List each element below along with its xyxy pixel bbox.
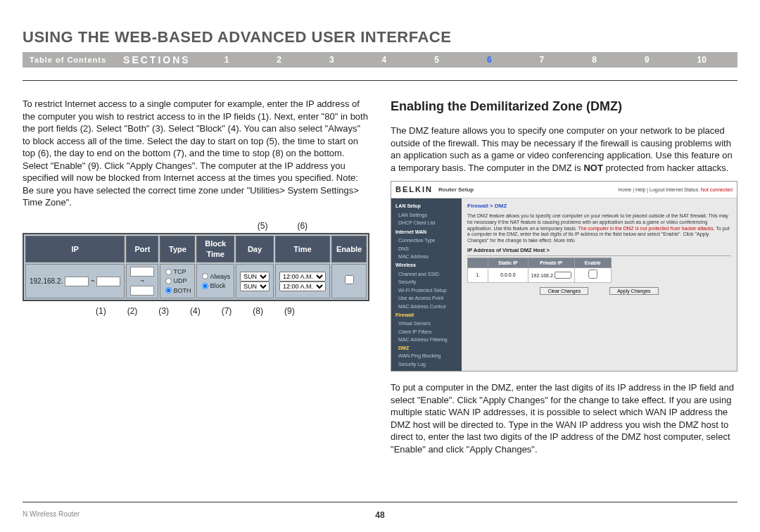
- enable-checkbox[interactable]: [345, 275, 354, 284]
- shot-main: Firewall > DMZ The DMZ feature allows yo…: [462, 198, 737, 371]
- nav-mac-filter[interactable]: MAC Address Filtering: [391, 336, 462, 343]
- type-tcp-label: TCP: [173, 267, 186, 276]
- section-link-2[interactable]: 2: [277, 55, 281, 65]
- section-link-3[interactable]: 3: [329, 55, 334, 65]
- ip-filter-table: IP Port Type Block Time Day Time Enable …: [23, 233, 369, 301]
- shot-desc: The DMZ feature allows you to specify on…: [467, 213, 731, 244]
- brand-label: BELKIN: [395, 184, 433, 195]
- section-link-1[interactable]: 1: [224, 55, 229, 65]
- nav-conn-type[interactable]: Connection Type: [391, 236, 462, 244]
- callout-5: (5): [258, 220, 268, 232]
- left-paragraph: To restrict Internet access to a single …: [23, 98, 369, 209]
- callout-8: (8): [253, 305, 263, 317]
- private-ip-prefix: 192.168.2.: [531, 273, 555, 278]
- page-title: USING THE WEB-BASED ADVANCED USER INTERF…: [23, 28, 737, 46]
- nav-wan-ping[interactable]: WAN Ping Blocking: [391, 352, 462, 360]
- nav-client-ip[interactable]: Client IP Filters: [391, 328, 462, 336]
- always-label: Always: [210, 272, 230, 281]
- section-link-8[interactable]: 8: [592, 55, 597, 65]
- nav-dmz[interactable]: DMZ: [391, 344, 462, 352]
- dmz-heading: Enabling the Demilitarized Zone (DMZ): [391, 98, 737, 115]
- divider-bottom: [23, 502, 737, 502]
- nav-internet-wan: Internet WAN: [391, 227, 462, 236]
- type-both-radio[interactable]: [165, 287, 172, 293]
- section-numbers: 1 2 3 4 5 6 7 8 9 10: [201, 55, 737, 65]
- port-cell: ~: [126, 264, 158, 299]
- nav-dhcp-client[interactable]: DHCP Client List: [391, 219, 462, 227]
- callout-2: (2): [127, 305, 138, 317]
- section-link-9[interactable]: 9: [645, 55, 650, 65]
- time-end-select[interactable]: 12:00 A.M.: [279, 281, 326, 291]
- type-udp-label: UDP: [173, 277, 186, 285]
- toc-link[interactable]: Table of Contents: [23, 56, 113, 64]
- nav-mac-ctrl[interactable]: MAC Address Control: [391, 303, 462, 310]
- col-ip: IP: [25, 236, 125, 262]
- brand-sub: Router Setup: [438, 186, 474, 194]
- day-cell: SUN SUN: [236, 264, 274, 299]
- section-link-10[interactable]: 10: [697, 55, 707, 65]
- shot-sidebar: LAN Setup LAN Settings DHCP Client List …: [391, 198, 462, 371]
- col-time: Time: [275, 236, 330, 262]
- nav-wps[interactable]: Wi-Fi Protected Setup: [391, 286, 462, 294]
- nav-lan-settings[interactable]: LAN Settings: [391, 211, 462, 219]
- clear-changes-button[interactable]: Clear Changes: [540, 287, 588, 295]
- dmz-para1b: protected from hacker attacks.: [603, 163, 728, 173]
- nav-lan-setup: LAN Setup: [391, 201, 462, 210]
- dmz-enable-checkbox[interactable]: [588, 270, 597, 279]
- nav-virtual-servers[interactable]: Virtual Servers: [391, 319, 462, 327]
- dmz-para2: To put a computer in the DMZ, enter the …: [391, 381, 737, 455]
- right-column: Enabling the Demilitarized Zone (DMZ) Th…: [391, 98, 737, 462]
- client-ip-filter-figure: (5) (6) IP Port Type Block Time Day Time…: [23, 220, 369, 317]
- ip-start-field[interactable]: [65, 277, 89, 286]
- col-day: Day: [236, 236, 274, 262]
- dmz-not: NOT: [583, 163, 602, 173]
- col-enable: Enable: [331, 236, 367, 262]
- nav-mac[interactable]: MAC Address: [391, 253, 462, 260]
- nav-security[interactable]: Security: [391, 278, 462, 286]
- th-blank: [468, 258, 488, 268]
- divider-top: [23, 80, 737, 81]
- nav-firewall: Firewall: [391, 310, 462, 319]
- enable-cell: [331, 264, 367, 299]
- col-port: Port: [126, 236, 158, 262]
- section-link-6[interactable]: 6: [487, 55, 492, 65]
- always-radio[interactable]: [202, 273, 208, 279]
- nav-sec-log[interactable]: Security Log: [391, 360, 462, 368]
- type-tcp-radio[interactable]: [165, 269, 172, 275]
- section-link-5[interactable]: 5: [434, 55, 439, 65]
- footer-right: [735, 510, 737, 518]
- day-end-select[interactable]: SUN: [240, 281, 270, 291]
- dmz-host-table: Static IP Private IP Enable 1. 0.0.0.0 1…: [467, 258, 612, 283]
- ip-cell: 192.168.2. ~: [25, 264, 125, 299]
- private-ip-field[interactable]: [555, 272, 571, 279]
- block-radio[interactable]: [202, 283, 208, 289]
- type-udp-radio[interactable]: [165, 278, 172, 284]
- callout-6: (6): [297, 220, 308, 232]
- ip-prefix: 192.168.2.: [30, 277, 63, 285]
- ip-end-field[interactable]: [96, 277, 120, 286]
- type-cell: TCP UDP BOTH: [160, 264, 195, 299]
- shot-desc-warn: The computer in the DMZ is not protected…: [578, 226, 715, 231]
- section-link-4[interactable]: 4: [382, 55, 387, 65]
- th-private: Private IP: [528, 258, 574, 268]
- nav-ap[interactable]: Use as Access Point: [391, 294, 462, 302]
- section-link-7[interactable]: 7: [540, 55, 545, 65]
- nav-wireless: Wireless: [391, 260, 462, 270]
- topright-links[interactable]: Home | Help | Logout Internet Status:: [619, 187, 701, 192]
- callout-9: (9): [284, 305, 295, 317]
- footer-left: N Wireless Router: [23, 510, 80, 518]
- router-dmz-screenshot: BELKIN Router Setup Home | Help | Logout…: [391, 181, 737, 372]
- th-enable: Enable: [574, 258, 611, 268]
- day-start-select[interactable]: SUN: [240, 272, 270, 281]
- nav-dns[interactable]: DNS: [391, 245, 462, 253]
- breadcrumb: Firewall > DMZ: [467, 203, 731, 210]
- apply-changes-button[interactable]: Apply Changes: [609, 287, 658, 295]
- port-end-field[interactable]: [130, 286, 154, 296]
- internet-status: Not connected: [701, 187, 733, 192]
- port-start-field[interactable]: [130, 267, 154, 277]
- nav-channel-ssid[interactable]: Channel and SSID: [391, 270, 462, 278]
- th-static: Static IP: [488, 258, 528, 268]
- row-num: 1.: [468, 268, 488, 282]
- time-start-select[interactable]: 12:00 A.M.: [279, 272, 326, 281]
- block-label: Block: [210, 281, 225, 290]
